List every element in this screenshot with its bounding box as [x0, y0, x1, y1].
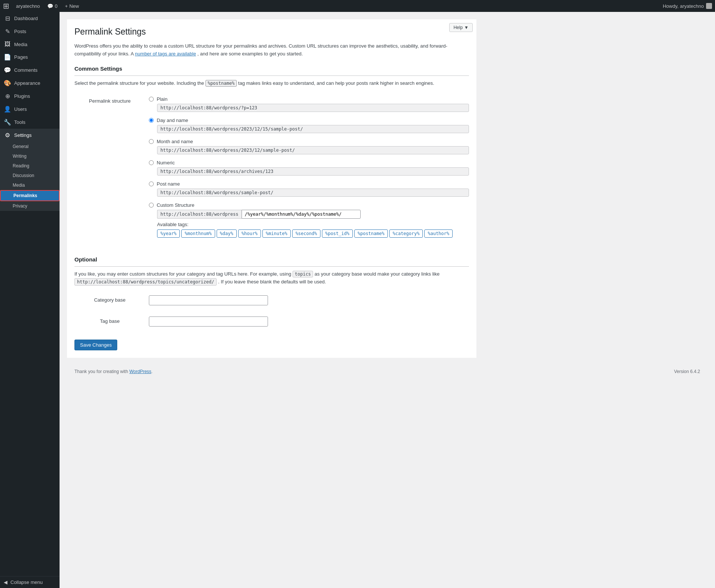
- intro-text: WordPress offers you the ability to crea…: [74, 42, 469, 58]
- permalink-structure-options: Plain http://localhost:88/wordpress/?p=1…: [149, 91, 469, 249]
- available-tags-label: Available tags:: [157, 222, 469, 227]
- common-settings-desc: Select the permalink structure for your …: [74, 80, 469, 87]
- custom-structure-input[interactable]: [242, 210, 361, 219]
- permalink-form-table: Permalink structure Plain http://localho…: [74, 91, 469, 249]
- option-post-name-label[interactable]: Post name: [149, 181, 469, 187]
- footer: Thank you for creating with WordPress. V…: [67, 365, 708, 378]
- media-icon: 🖼: [4, 41, 11, 48]
- option-day-name: Day and name http://localhost:88/wordpre…: [149, 118, 469, 133]
- tag-button[interactable]: %category%: [389, 229, 423, 238]
- option-plain-label[interactable]: Plain: [149, 96, 469, 102]
- option-custom-radio[interactable]: [149, 203, 154, 208]
- tag-button[interactable]: %hour%: [238, 229, 261, 238]
- sidebar-item-general[interactable]: General: [0, 142, 60, 151]
- example-url: http://localhost:88/wordpress/topics/unc…: [74, 278, 217, 286]
- admin-bar: ⊞ aryatechno 💬 0 + New Howdy, aryatechno: [0, 0, 715, 12]
- option-month-name-radio[interactable]: [149, 139, 154, 144]
- pages-icon: 📄: [4, 54, 11, 61]
- sidebar-item-media[interactable]: 🖼Media: [0, 38, 60, 51]
- wp-logo-icon[interactable]: ⊞: [3, 1, 9, 10]
- option-month-name: Month and name http://localhost:88/wordp…: [149, 139, 469, 154]
- option-post-name-url: http://localhost:88/wordpress/sample-pos…: [157, 189, 469, 197]
- topics-code: topics: [293, 271, 313, 277]
- postname-tag-highlight: %postname%: [205, 80, 237, 87]
- tag-button[interactable]: %author%: [424, 229, 453, 238]
- option-month-name-label[interactable]: Month and name: [149, 139, 469, 144]
- plugins-icon: ⊕: [4, 93, 11, 100]
- help-button[interactable]: Help ▼: [449, 23, 473, 32]
- sidebar-item-plugins[interactable]: ⊕Plugins: [0, 90, 60, 103]
- custom-base-url: http://localhost:88/wordpress: [157, 210, 242, 219]
- dashboard-icon: ⊟: [4, 15, 11, 22]
- appearance-icon: 🎨: [4, 80, 11, 87]
- option-day-name-radio[interactable]: [149, 118, 154, 123]
- tag-button[interactable]: %second%: [292, 229, 320, 238]
- option-numeric-radio[interactable]: [149, 160, 154, 165]
- option-custom-label[interactable]: Custom Structure: [149, 202, 469, 208]
- avatar: [706, 3, 712, 9]
- sidebar-item-pages[interactable]: 📄Pages: [0, 51, 60, 64]
- sidebar-item-comments[interactable]: 💬Comments: [0, 64, 60, 77]
- save-changes-button[interactable]: Save Changes: [74, 340, 117, 350]
- adminbar-new[interactable]: + New: [61, 3, 83, 9]
- category-base-input[interactable]: [149, 295, 268, 305]
- adminbar-comments[interactable]: 💬 0: [44, 3, 61, 9]
- custom-structure-row: http://localhost:88/wordpress: [157, 210, 469, 219]
- tag-base-row: Tag base: [74, 311, 469, 332]
- sidebar-item-writing[interactable]: Writing: [0, 151, 60, 161]
- option-custom: Custom Structure http://localhost:88/wor…: [149, 202, 469, 238]
- tag-button[interactable]: %postname%: [354, 229, 388, 238]
- tag-button[interactable]: %year%: [157, 229, 180, 238]
- footer-wordpress-link[interactable]: WordPress: [129, 369, 151, 374]
- sidebar-item-privacy[interactable]: Privacy: [0, 201, 60, 211]
- category-base-label: Category base: [74, 290, 149, 311]
- option-day-name-label[interactable]: Day and name: [149, 118, 469, 123]
- sidebar-item-settings[interactable]: ⚙Settings General Writing Reading Discus…: [0, 129, 60, 211]
- option-month-name-url: http://localhost:88/wordpress/2023/12/sa…: [157, 146, 469, 154]
- option-post-name-radio[interactable]: [149, 181, 154, 186]
- collapse-menu-button[interactable]: ◀ Collapse menu: [0, 576, 60, 588]
- option-numeric: Numeric http://localhost:88/wordpress/ar…: [149, 160, 469, 176]
- sidebar-item-media-sub[interactable]: Media: [0, 180, 60, 190]
- adminbar-site-name[interactable]: aryatechno: [12, 3, 44, 9]
- adminbar-howdy: Howdy, aryatechno: [663, 3, 712, 9]
- comments-icon: 💬: [47, 3, 53, 9]
- option-plain-radio[interactable]: [149, 97, 154, 102]
- sidebar-item-posts[interactable]: ✎Posts: [0, 25, 60, 38]
- option-plain: Plain http://localhost:88/wordpress/?p=1…: [149, 96, 469, 112]
- tag-button[interactable]: %day%: [217, 229, 237, 238]
- optional-heading: Optional: [74, 256, 469, 267]
- option-numeric-label[interactable]: Numeric: [149, 160, 469, 166]
- page-title: Permalink Settings: [74, 27, 469, 37]
- optional-form-table: Category base Tag base: [74, 290, 469, 332]
- settings-submenu: General Writing Reading Discussion Media…: [0, 142, 60, 211]
- option-day-name-url: http://localhost:88/wordpress/2023/12/15…: [157, 125, 469, 133]
- main-content: Help ▼ Permalink Settings WordPress offe…: [60, 12, 715, 588]
- sidebar-item-appearance[interactable]: 🎨Appearance: [0, 77, 60, 90]
- tags-available-link[interactable]: number of tags are available: [135, 51, 196, 57]
- option-numeric-url: http://localhost:88/wordpress/archives/1…: [157, 167, 469, 176]
- sidebar-item-tools[interactable]: 🔧Tools: [0, 116, 60, 129]
- optional-desc: If you like, you may enter custom struct…: [74, 270, 469, 286]
- option-plain-url: http://localhost:88/wordpress/?p=123: [157, 104, 469, 112]
- sidebar-item-discussion[interactable]: Discussion: [0, 171, 60, 180]
- category-base-row: Category base: [74, 290, 469, 311]
- settings-icon: ⚙: [4, 132, 11, 139]
- tag-button[interactable]: %monthnum%: [181, 229, 215, 238]
- sidebar-item-reading[interactable]: Reading: [0, 161, 60, 171]
- tags-list: %year%%monthnum%%day%%hour%%minute%%seco…: [157, 229, 469, 238]
- tag-base-input[interactable]: [149, 317, 268, 327]
- plus-icon: +: [65, 3, 68, 9]
- tag-button[interactable]: %post_id%: [322, 229, 353, 238]
- sidebar-item-dashboard[interactable]: ⊟Dashboard: [0, 12, 60, 25]
- sidebar-item-users[interactable]: 👤Users: [0, 103, 60, 116]
- posts-icon: ✎: [4, 28, 11, 35]
- tag-button[interactable]: %minute%: [262, 229, 291, 238]
- admin-menu: ⊟Dashboard ✎Posts 🖼Media 📄Pages 💬Comment…: [0, 12, 60, 211]
- available-tags-section: Available tags: %year%%monthnum%%day%%ho…: [157, 222, 469, 238]
- footer-thanks: Thank you for creating with WordPress.: [74, 369, 153, 374]
- content-wrap: Help ▼ Permalink Settings WordPress offe…: [67, 19, 476, 358]
- comments-icon: 💬: [4, 67, 11, 74]
- collapse-icon: ◀: [4, 579, 7, 585]
- sidebar-item-permalinks[interactable]: Permalinks: [0, 190, 60, 201]
